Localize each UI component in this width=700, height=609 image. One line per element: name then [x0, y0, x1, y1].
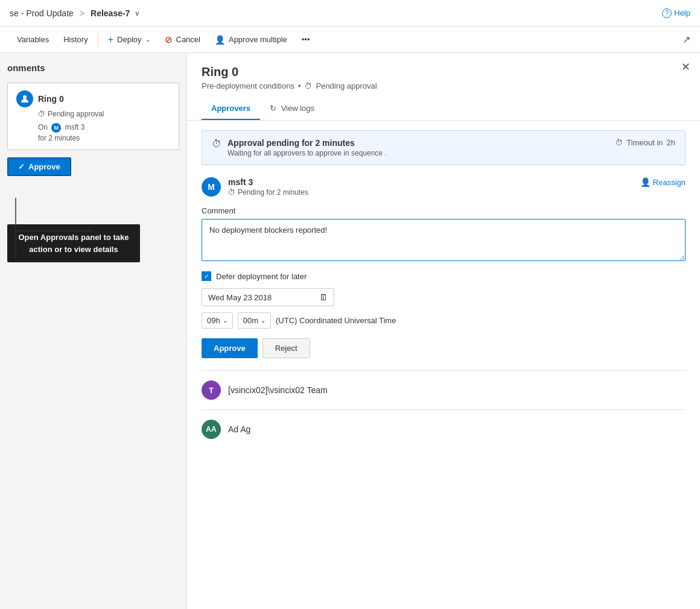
info-bar-title: Approval pending for 2 minutes	[228, 138, 387, 148]
approver-vsincix02-name: [vsincix02]\vsincix02 Team	[228, 385, 328, 395]
breadcrumb-separator: >	[80, 8, 84, 18]
info-bar-subtitle: Waiting for all approvers to approve in …	[228, 149, 387, 157]
info-bar-text: Approval pending for 2 minutes Waiting f…	[228, 138, 387, 157]
toolbar-divider-1	[98, 33, 98, 47]
cancel-button[interactable]: ⊘ Cancel	[158, 27, 208, 53]
ring-card-status: ⏱ Pending approval	[16, 110, 170, 118]
panel-subtitle: Pre-deployment conditions • ⏱ Pending ap…	[202, 81, 686, 90]
right-panel: ✕ Ring 0 Pre-deployment conditions • ⏱ P…	[187, 53, 700, 609]
approver-status-text: Pending for 2 minutes	[238, 188, 308, 197]
help-circle-icon: ?	[662, 8, 672, 18]
history-label: History	[63, 35, 88, 44]
breadcrumb-area: se - Prod Update > Release-7 ∨	[10, 8, 140, 18]
ring-card: Ring 0 ⏱ Pending approval On M msft 3 fo…	[7, 83, 179, 150]
time-row: 09h ⌄ 00m ⌄ (UTC) Coordinated Universal …	[202, 312, 686, 329]
approver-row-msft3: M msft 3 ⏱ Pending for 2 minutes 👤 Reass…	[202, 177, 686, 197]
cancel-label: Cancel	[176, 35, 200, 44]
timeout-value: 2h	[667, 138, 675, 147]
svg-point-0	[23, 95, 27, 99]
avatar-adag-letter: AA	[206, 425, 216, 434]
avatar-adag: AA	[202, 420, 221, 439]
reassign-button[interactable]: 👤 Reassign	[640, 177, 686, 187]
breadcrumb-release-name: se - Prod Update	[10, 8, 74, 18]
hour-chevron-icon: ⌄	[223, 317, 228, 324]
help-link[interactable]: ? Help	[662, 8, 690, 18]
variables-button[interactable]: Variables	[10, 27, 56, 53]
ring-card-duration: for 2 minutes	[16, 134, 170, 142]
timeout-clock-icon: ⏱	[615, 138, 623, 147]
timeout-label: Timeout in	[626, 138, 663, 147]
defer-checkbox-row[interactable]: Defer deployment for later	[202, 271, 686, 281]
panel-close-button[interactable]: ✕	[681, 60, 690, 74]
approver-info-msft3: msft 3 ⏱ Pending for 2 minutes	[228, 177, 640, 197]
subtitle-clock-icon: ⏱	[304, 81, 312, 90]
tab-view-logs[interactable]: ↻ View logs	[260, 99, 324, 120]
approver-clock-icon: ⏱	[228, 188, 235, 197]
hour-select[interactable]: 09h ⌄	[202, 312, 233, 329]
main-layout: onments Ring 0 ⏱ Pending approval On M m	[0, 53, 700, 609]
approve-button[interactable]: Approve	[202, 338, 258, 358]
minute-value: 00m	[243, 316, 258, 325]
person-icon: 👤	[215, 35, 225, 45]
history-button[interactable]: History	[56, 27, 95, 53]
minute-select[interactable]: 00m ⌄	[238, 312, 271, 329]
release-chevron-down-icon[interactable]: ∨	[135, 9, 140, 17]
reject-btn-label: Reject	[275, 344, 298, 353]
approver-status: ⏱ Pending for 2 minutes	[228, 188, 640, 197]
approve-multiple-label: Approve multiple	[229, 35, 287, 44]
defer-label: Defer deployment for later	[216, 272, 307, 281]
help-label[interactable]: Help	[674, 8, 690, 17]
panel-title: Ring 0	[202, 65, 686, 79]
toolbar: Variables History + Deploy ⌄ ⊘ Cancel 👤 …	[0, 27, 700, 53]
left-panel: onments Ring 0 ⏱ Pending approval On M m	[0, 53, 187, 609]
check-icon: ✓	[18, 162, 25, 171]
view-logs-tab-label: View logs	[281, 104, 314, 113]
hour-value: 09h	[207, 316, 220, 325]
meta-user: msft 3	[65, 123, 85, 131]
date-value: Wed May 23 2018	[208, 293, 272, 302]
comment-textarea[interactable]	[202, 219, 686, 261]
subtitle-dot: •	[298, 81, 301, 90]
msft-badge: M	[51, 123, 61, 133]
info-clock-icon: ⏱	[212, 139, 221, 150]
reject-button[interactable]: Reject	[262, 338, 310, 358]
tooltip-box: Open Approvals panel to take action or t…	[7, 224, 140, 262]
more-options-button[interactable]: •••	[294, 27, 317, 53]
ring-card-header: Ring 0	[16, 90, 170, 107]
defer-checkbox[interactable]	[202, 271, 211, 281]
top-bar: se - Prod Update > Release-7 ∨ ? Help	[0, 0, 700, 27]
variables-label: Variables	[17, 35, 49, 44]
info-bar: ⏱ Approval pending for 2 minutes Waiting…	[202, 130, 686, 165]
timezone-label: (UTC) Coordinated Universal Time	[276, 316, 396, 325]
approver-row-vsincix02: T [vsincix02]\vsincix02 Team	[202, 380, 686, 400]
info-bar-left: ⏱ Approval pending for 2 minutes Waiting…	[212, 138, 387, 157]
approvers-tab-label: Approvers	[211, 104, 250, 113]
approver-adag-name: Ad Ag	[228, 424, 250, 434]
section-divider-2	[202, 409, 686, 410]
subtitle-status: Pending approval	[316, 81, 377, 90]
date-field[interactable]: Wed May 23 2018 🗓	[202, 288, 334, 306]
tab-approvers[interactable]: Approvers	[202, 99, 260, 120]
ring-card-meta: On M msft 3	[16, 123, 170, 133]
tooltip-text: Open Approvals panel to take action or t…	[18, 233, 129, 254]
expand-icon[interactable]: ↗	[682, 34, 690, 45]
approver-row-adag: AA Ad Ag	[202, 420, 686, 439]
deploy-plus-icon: +	[108, 34, 113, 45]
deploy-button[interactable]: + Deploy ⌄	[101, 27, 158, 53]
approve-btn-label: Approve	[214, 344, 246, 353]
subtitle-conditions: Pre-deployment conditions	[202, 81, 294, 90]
calendar-icon[interactable]: 🗓	[319, 292, 328, 302]
action-row: Approve Reject	[202, 338, 686, 358]
approve-multiple-button[interactable]: 👤 Approve multiple	[208, 27, 294, 53]
close-icon: ✕	[681, 61, 690, 73]
connector-svg	[0, 198, 187, 342]
approver-name: msft 3	[228, 177, 640, 187]
ring-card-status-label: Pending approval	[48, 110, 104, 118]
ring-card-title: Ring 0	[38, 94, 64, 104]
card-approve-button[interactable]: ✓ Approve	[7, 157, 71, 176]
avatar-vsincix02-letter: T	[209, 386, 214, 395]
clock-icon: ⏱	[38, 110, 45, 118]
approve-btn-label: Approve	[28, 162, 60, 171]
meta-prefix: On	[38, 123, 48, 131]
refresh-icon: ↻	[270, 104, 276, 113]
